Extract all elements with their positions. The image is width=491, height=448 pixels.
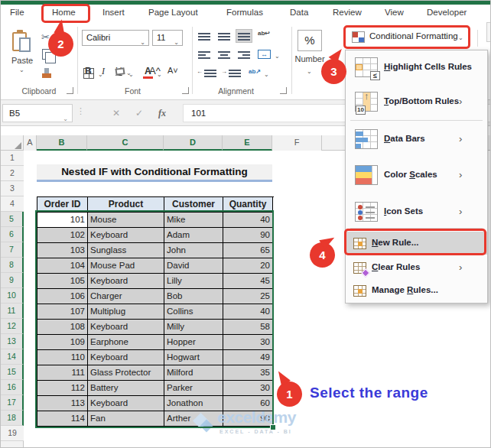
table-cell[interactable]: 40 [223, 213, 273, 228]
font-color-chevron-icon[interactable]: ⌄ [157, 71, 162, 78]
table-cell[interactable]: Hogwart [164, 350, 223, 365]
table-cell[interactable]: John [164, 243, 223, 258]
table-cell[interactable]: 102 [37, 228, 88, 243]
row-header-7[interactable]: 7 [1, 242, 24, 258]
menu-tab-data[interactable]: Data [290, 8, 308, 17]
menu-tab-developer[interactable]: Developer [427, 8, 467, 17]
menu-item-top-bottom-rules[interactable]: ↑10Top/Bottom Rules› [346, 87, 487, 116]
table-cell[interactable]: 110 [37, 350, 88, 365]
table-cell[interactable]: 111 [37, 365, 88, 381]
table-cell[interactable]: Earphone [88, 335, 164, 350]
menu-tab-file[interactable]: File [10, 8, 24, 17]
table-cell[interactable]: 40 [223, 304, 273, 320]
menu-item-color-scales[interactable]: Color Scales› [346, 161, 487, 190]
table-cell[interactable]: 45 [223, 274, 273, 289]
table-cell[interactable]: 65 [223, 243, 273, 258]
font-color-button[interactable]: A [145, 66, 151, 76]
table-cell[interactable]: Adam [164, 228, 223, 243]
table-cell[interactable]: Lilly [164, 274, 223, 289]
name-box-grip-icon[interactable]: ⋮ [76, 106, 85, 116]
row-header-14[interactable]: 14 [1, 349, 24, 365]
shrink-font-button[interactable]: A˅ [167, 66, 178, 75]
borders-button[interactable] [83, 68, 94, 79]
table-cell[interactable]: Battery [88, 381, 164, 396]
increase-indent-icon[interactable]: → [221, 68, 227, 75]
align-left-button[interactable] [198, 50, 210, 59]
align-center-button[interactable] [218, 50, 230, 59]
column-header-E[interactable]: E [223, 135, 272, 151]
table-cell[interactable]: 108 [37, 320, 88, 335]
name-box[interactable]: B5 ⌄ [2, 104, 73, 122]
menu-item-clear-rules[interactable]: Clear Rules› [346, 258, 487, 278]
clipped-ribbon-button[interactable] [486, 22, 491, 42]
table-cell[interactable]: 90 [223, 228, 273, 243]
menu-item-manage-rules[interactable]: Manage Rules... [346, 281, 487, 300]
table-cell[interactable]: Mouse [88, 213, 164, 228]
table-cell[interactable]: Hopper [164, 335, 223, 350]
menu-item-highlight-cells-rules[interactable]: ≤Highlight Cells Rules› [346, 53, 487, 82]
menu-item-new-rule[interactable]: New Rule... [346, 232, 487, 255]
decrease-indent-bars[interactable] [204, 68, 216, 77]
table-cell[interactable]: David [164, 258, 223, 274]
table-header-product[interactable]: Product [88, 197, 164, 213]
insert-function-button[interactable]: fx [152, 104, 172, 122]
table-cell[interactable]: 114 [37, 411, 88, 427]
table-cell[interactable]: Keyboard [88, 274, 164, 289]
row-header-11[interactable]: 11 [1, 304, 24, 319]
table-cell[interactable]: 113 [37, 396, 88, 411]
table-header-quantity[interactable]: Quantity [223, 197, 273, 213]
row-header-10[interactable]: 10 [1, 288, 24, 304]
menu-tab-insert[interactable]: Insert [102, 8, 125, 17]
row-header-3[interactable]: 3 [1, 181, 24, 196]
row-header-17[interactable]: 17 [1, 395, 24, 411]
table-cell[interactable]: Multiplug [88, 304, 164, 320]
column-header-F[interactable]: F [272, 135, 322, 151]
number-chevron-icon[interactable]: ⌄ [307, 68, 312, 75]
table-cell[interactable]: 49 [223, 350, 273, 365]
font-name-chevron-icon[interactable]: ⌄ [140, 35, 145, 50]
table-cell[interactable]: Charger [88, 289, 164, 304]
table-cell[interactable]: 107 [37, 304, 88, 320]
fill-handle[interactable] [270, 424, 276, 430]
sheet-title-cell[interactable]: Nested IF with Conditional Formatting [37, 164, 272, 182]
row-header-16[interactable]: 16 [1, 380, 24, 395]
column-header-A[interactable]: A [24, 135, 37, 151]
column-header-B[interactable]: B [37, 135, 87, 151]
table-header-customer[interactable]: Customer [164, 197, 223, 213]
table-header-order-id[interactable]: Order ID [37, 197, 88, 213]
format-painter-icon[interactable] [41, 68, 53, 79]
align-middle-button[interactable] [218, 31, 230, 41]
merge-chevron-icon[interactable]: ⌄ [275, 53, 280, 60]
orientation-chevron-icon[interactable]: ⌄ [264, 71, 269, 78]
menu-tab-view[interactable]: View [385, 8, 404, 17]
font-size-chevron-icon[interactable]: ⌄ [174, 35, 179, 50]
paste-button[interactable]: Paste [5, 56, 39, 65]
percent-style-button[interactable]: % [298, 30, 322, 51]
column-header-D[interactable]: D [164, 135, 223, 151]
table-cell[interactable]: Keyboard [88, 228, 164, 243]
paste-icon[interactable] [11, 30, 33, 54]
table-cell[interactable]: Milly [164, 320, 223, 335]
select-all-corner[interactable] [1, 135, 24, 151]
row-header-19[interactable]: 19 [1, 426, 24, 441]
table-cell[interactable]: Parker [164, 381, 223, 396]
row-header-8[interactable]: 8 [1, 258, 24, 273]
column-header-C[interactable]: C [87, 135, 164, 151]
font-name-combo[interactable]: Calibri ⌄ [82, 30, 149, 46]
font-size-combo[interactable]: 11 ⌄ [152, 30, 183, 46]
borders-chevron-icon[interactable]: ⌄ [98, 71, 103, 78]
row-header-2[interactable]: 2 [1, 166, 24, 181]
row-header-13[interactable]: 13 [1, 334, 24, 349]
table-cell[interactable]: Collins [164, 304, 223, 320]
fill-color-button[interactable] [115, 67, 125, 76]
paste-chevron-icon[interactable]: ⌄ [19, 67, 24, 73]
row-header-12[interactable]: 12 [1, 319, 24, 334]
table-cell[interactable]: Bob [164, 289, 223, 304]
menu-item-icon-sets[interactable]: Icon Sets› [346, 197, 487, 226]
table-cell[interactable]: 103 [37, 243, 88, 258]
merge-center-icon[interactable]: ↔ [258, 50, 271, 59]
menu-tab-formulas[interactable]: Formulas [226, 8, 263, 17]
row-header-18[interactable]: 18 [1, 411, 24, 426]
font-dialog-launcher-icon[interactable] [182, 87, 189, 94]
table-cell[interactable]: Keyboard [88, 396, 164, 411]
